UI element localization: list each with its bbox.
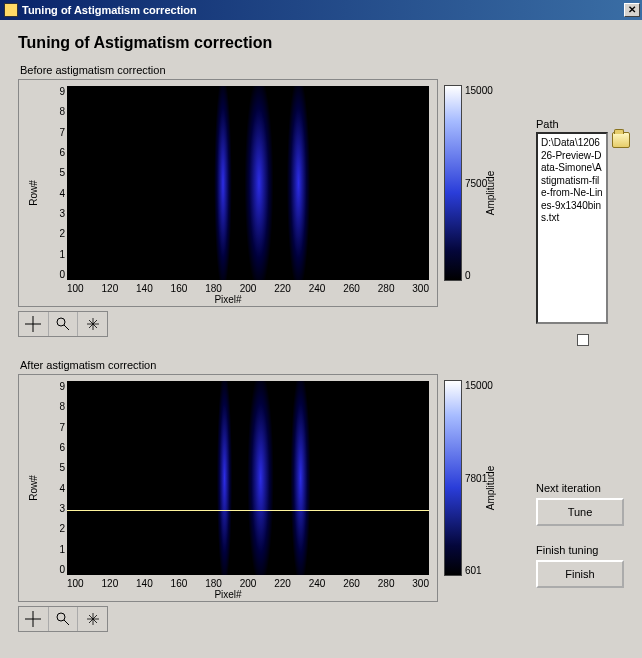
- after-yticks: 9 8 7 6 5 4 3 2 1 0: [45, 381, 65, 575]
- pan-tool-icon[interactable]: [78, 607, 107, 631]
- xtick: 300: [412, 283, 429, 294]
- xtick: 120: [102, 578, 119, 589]
- before-yticks: 9 8 7 6 5 4 3 2 1 0: [45, 86, 65, 280]
- xtick: 200: [240, 578, 257, 589]
- before-label: Before astigmatism correction: [20, 64, 528, 76]
- ytick: 8: [45, 401, 65, 412]
- crosshair-tool-icon[interactable]: [19, 312, 49, 336]
- page-title: Tuning of Astigmatism correction: [18, 34, 630, 52]
- xtick: 180: [205, 578, 222, 589]
- xtick: 280: [378, 283, 395, 294]
- ytick: 0: [45, 564, 65, 575]
- xtick: 160: [171, 283, 188, 294]
- ytick: 8: [45, 106, 65, 117]
- ytick: 5: [45, 167, 65, 178]
- after-ylabel: Row#: [28, 475, 39, 501]
- cursor-line[interactable]: [67, 510, 429, 511]
- ytick: 5: [45, 462, 65, 473]
- after-cb-label: Amplitude: [484, 466, 495, 510]
- before-graph: Row# 9 8 7 6 5 4 3 2 1 0: [18, 79, 528, 307]
- ytick: 9: [45, 86, 65, 97]
- ytick: 1: [45, 544, 65, 555]
- before-plot[interactable]: Row# 9 8 7 6 5 4 3 2 1 0: [18, 79, 438, 307]
- xtick: 180: [205, 283, 222, 294]
- zoom-tool-icon[interactable]: [49, 607, 79, 631]
- before-colorbar-gradient: [444, 85, 462, 281]
- before-xticks: 100 120 140 160 180 200 220 240 260 280 …: [67, 283, 429, 294]
- ytick: 7: [45, 422, 65, 433]
- before-heatmap: [67, 86, 429, 280]
- ytick: 4: [45, 188, 65, 199]
- close-button[interactable]: ✕: [624, 3, 640, 17]
- finish-button[interactable]: Finish: [536, 560, 624, 588]
- browse-folder-icon[interactable]: [612, 132, 630, 148]
- after-xlabel: Pixel#: [214, 589, 241, 600]
- zoom-tool-icon[interactable]: [49, 312, 79, 336]
- svg-point-0: [57, 318, 65, 326]
- after-colorbar-gradient: [444, 380, 462, 576]
- ytick: 2: [45, 228, 65, 239]
- xtick: 240: [309, 283, 326, 294]
- path-input[interactable]: D:\Data\120626-Preview-Data-Simone\Astig…: [536, 132, 608, 324]
- ytick: 9: [45, 381, 65, 392]
- cb-tick: 15000: [465, 380, 497, 391]
- options-icon[interactable]: [577, 334, 589, 346]
- after-graph: Row# 9 8 7 6 5 4 3 2 1 0: [18, 374, 528, 602]
- before-ylabel: Row#: [28, 180, 39, 206]
- after-label: After astigmatism correction: [20, 359, 528, 371]
- cb-tick: 15000: [465, 85, 497, 96]
- xtick: 120: [102, 283, 119, 294]
- cb-tick: 601: [465, 565, 497, 576]
- after-graph-tools: [18, 606, 108, 632]
- xtick: 100: [67, 283, 84, 294]
- xtick: 260: [343, 578, 360, 589]
- ytick: 4: [45, 483, 65, 494]
- ytick: 6: [45, 147, 65, 158]
- crosshair-tool-icon[interactable]: [19, 607, 49, 631]
- ytick: 1: [45, 249, 65, 260]
- client-area: Tuning of Astigmatism correction Before …: [0, 20, 642, 642]
- xtick: 220: [274, 578, 291, 589]
- ytick: 3: [45, 208, 65, 219]
- before-cb-label: Amplitude: [484, 171, 495, 215]
- before-colorbar: 15000 7500 0 Amplitude: [444, 79, 504, 307]
- xtick: 160: [171, 578, 188, 589]
- ytick: 0: [45, 269, 65, 280]
- after-xticks: 100 120 140 160 180 200 220 240 260 280 …: [67, 578, 429, 589]
- xtick: 260: [343, 283, 360, 294]
- cb-tick: 0: [465, 270, 497, 281]
- xtick: 240: [309, 578, 326, 589]
- xtick: 220: [274, 283, 291, 294]
- xtick: 300: [412, 578, 429, 589]
- ytick: 3: [45, 503, 65, 514]
- ytick: 6: [45, 442, 65, 453]
- title-bar: Tuning of Astigmatism correction ✕: [0, 0, 642, 20]
- svg-point-1: [57, 613, 65, 621]
- ytick: 7: [45, 127, 65, 138]
- xtick: 200: [240, 283, 257, 294]
- ytick: 2: [45, 523, 65, 534]
- xtick: 100: [67, 578, 84, 589]
- window-title: Tuning of Astigmatism correction: [22, 4, 624, 16]
- pan-tool-icon[interactable]: [78, 312, 107, 336]
- xtick: 140: [136, 578, 153, 589]
- next-iteration-label: Next iteration: [536, 482, 630, 494]
- after-heatmap: [67, 381, 429, 575]
- xtick: 140: [136, 283, 153, 294]
- app-icon: [4, 3, 18, 17]
- xtick: 280: [378, 578, 395, 589]
- finish-tuning-label: Finish tuning: [536, 544, 630, 556]
- after-colorbar: 15000 7801 601 Amplitude: [444, 374, 504, 602]
- before-graph-tools: [18, 311, 108, 337]
- after-plot[interactable]: Row# 9 8 7 6 5 4 3 2 1 0: [18, 374, 438, 602]
- before-xlabel: Pixel#: [214, 294, 241, 305]
- tune-button[interactable]: Tune: [536, 498, 624, 526]
